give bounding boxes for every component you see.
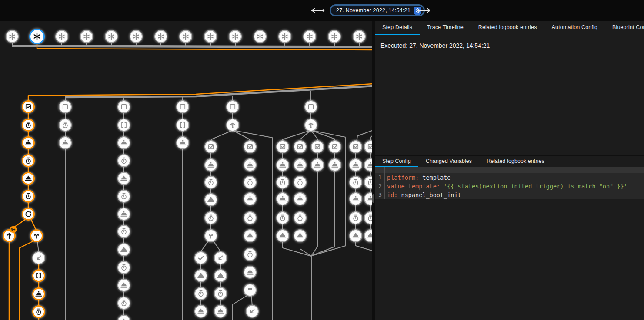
tab-related-logbook-entries[interactable]: Related logbook entries (479, 156, 552, 167)
trace-node-brackets[interactable] (117, 119, 130, 132)
trace-node-service[interactable] (294, 192, 307, 205)
trace-node-timer[interactable] (117, 261, 130, 274)
trace-node-timer[interactable] (349, 211, 362, 224)
trace-node-asterisk[interactable] (328, 30, 341, 43)
trace-node-brackets[interactable] (176, 119, 189, 132)
tab-automation-config[interactable]: Automation Config (544, 21, 605, 35)
trace-node-timer[interactable] (194, 287, 207, 300)
trace-node-service[interactable] (176, 136, 189, 149)
tab-trace-timeline[interactable]: Trace Timeline (420, 21, 471, 35)
trace-node-service[interactable] (194, 305, 207, 318)
trace-node-service[interactable] (214, 269, 227, 282)
trace-node-service[interactable] (204, 158, 217, 172)
trace-node-service[interactable] (22, 172, 35, 185)
trace-node-timer[interactable] (294, 211, 307, 224)
trace-node-service[interactable] (328, 158, 341, 172)
trace-node-timer[interactable] (214, 287, 227, 300)
previous-run-button[interactable] (310, 7, 326, 13)
trace-node-arrow-down-left[interactable] (32, 251, 45, 264)
trace-node-asterisk[interactable] (254, 30, 267, 43)
trace-node-asterisk[interactable] (80, 30, 93, 43)
trace-node-decision[interactable] (304, 119, 317, 132)
trace-node-service[interactable] (117, 208, 130, 221)
trace-node-checkbox[interactable] (294, 140, 307, 153)
trace-node-checkbox[interactable] (349, 140, 362, 153)
trace-node-service[interactable] (117, 243, 130, 256)
trace-node-checkbox[interactable] (276, 140, 289, 153)
trace-node-asterisk-selected[interactable] (29, 29, 45, 44)
trace-node-service[interactable] (214, 305, 227, 318)
trace-node-timer[interactable] (117, 297, 130, 310)
trace-node-brackets[interactable] (32, 269, 45, 282)
trace-node-timer[interactable] (117, 225, 130, 238)
trace-node-service[interactable] (244, 266, 257, 279)
trace-node-asterisk[interactable] (130, 30, 143, 43)
trace-node-asterisk[interactable] (55, 30, 68, 43)
trace-node-checkbox[interactable] (22, 100, 35, 113)
tab-related-logbook-entries[interactable]: Related logbook entries (471, 21, 544, 35)
trace-node-asterisk[interactable] (229, 30, 242, 43)
yaml-code-block[interactable]: 1platform: template2value_template: '{{ … (375, 167, 644, 199)
trace-node-square[interactable] (59, 100, 72, 113)
tab-step-config[interactable]: Step Config (375, 156, 418, 167)
trace-node-timer[interactable] (117, 190, 130, 203)
trace-node-service[interactable] (194, 269, 207, 282)
trace-node-asterisk[interactable] (179, 30, 192, 43)
trace-node-timer[interactable] (244, 248, 257, 261)
trace-node-service[interactable] (349, 192, 362, 205)
trace-node-asterisk[interactable] (353, 30, 366, 43)
trace-node-service[interactable] (294, 158, 307, 172)
trace-node-service[interactable] (311, 158, 324, 172)
trace-node-service[interactable] (244, 229, 257, 242)
trace-node-asterisk[interactable] (204, 30, 217, 43)
trace-node-checkbox[interactable] (328, 140, 341, 153)
trace-node-split[interactable] (244, 284, 257, 297)
trace-node-split[interactable] (30, 229, 43, 242)
trace-node-checkbox[interactable] (244, 140, 257, 153)
tab-step-details[interactable]: Step Details (375, 21, 420, 35)
trace-node-service[interactable] (294, 229, 307, 242)
trace-node-service[interactable] (244, 192, 257, 205)
trace-node-service[interactable] (32, 287, 45, 300)
trace-node-timer[interactable] (117, 154, 130, 167)
trace-node-square[interactable] (176, 100, 189, 113)
trace-node-timer[interactable] (244, 176, 257, 189)
trace-node-timer[interactable] (22, 190, 35, 203)
trace-node-timer[interactable] (276, 211, 289, 224)
next-run-button[interactable] (416, 7, 432, 13)
trace-node-service[interactable] (276, 229, 289, 242)
trace-node-arrow-down-left[interactable] (246, 305, 259, 318)
trace-node-check[interactable] (194, 251, 207, 264)
trace-node-service[interactable] (59, 136, 72, 149)
trace-node-timer[interactable] (276, 176, 289, 189)
trace-node-service[interactable] (349, 158, 362, 172)
trace-node-asterisk[interactable] (278, 30, 291, 43)
trace-node-arrow-down-left[interactable] (214, 251, 227, 264)
trace-node-timer[interactable] (22, 154, 35, 167)
trace-node-service[interactable] (276, 158, 289, 172)
trace-node-asterisk[interactable] (154, 30, 167, 43)
trace-node-square[interactable] (226, 100, 239, 113)
trace-node-square[interactable] (304, 100, 317, 113)
trace-node-service[interactable] (244, 158, 257, 172)
trace-node-split[interactable] (204, 229, 217, 242)
tab-changed-variables[interactable]: Changed Variables (418, 156, 479, 167)
trace-node-timer[interactable] (244, 211, 257, 224)
trace-node-refresh[interactable] (22, 208, 35, 221)
canvas-scrollbar-thumb[interactable] (372, 194, 374, 203)
trace-node-asterisk[interactable] (6, 30, 19, 43)
trace-node-timer[interactable] (22, 119, 35, 132)
trace-run-select[interactable]: 27. November 2022, 14:54:21 (330, 4, 425, 16)
trace-node-service[interactable] (117, 172, 130, 185)
tab-blueprint-config[interactable]: Blueprint Config (605, 21, 644, 35)
trace-node-service[interactable] (204, 193, 217, 206)
trace-node-service[interactable] (276, 192, 289, 205)
trace-node-timer[interactable] (32, 305, 45, 318)
trace-node-timer[interactable] (59, 119, 72, 132)
trace-node-timer[interactable] (349, 176, 362, 189)
trace-graph-canvas[interactable]: 9+ (0, 21, 375, 320)
trace-node-asterisk[interactable] (303, 30, 316, 43)
trace-node-square[interactable] (117, 100, 130, 113)
trace-node-timer[interactable] (294, 176, 307, 189)
trace-node-checkbox[interactable] (311, 140, 324, 153)
